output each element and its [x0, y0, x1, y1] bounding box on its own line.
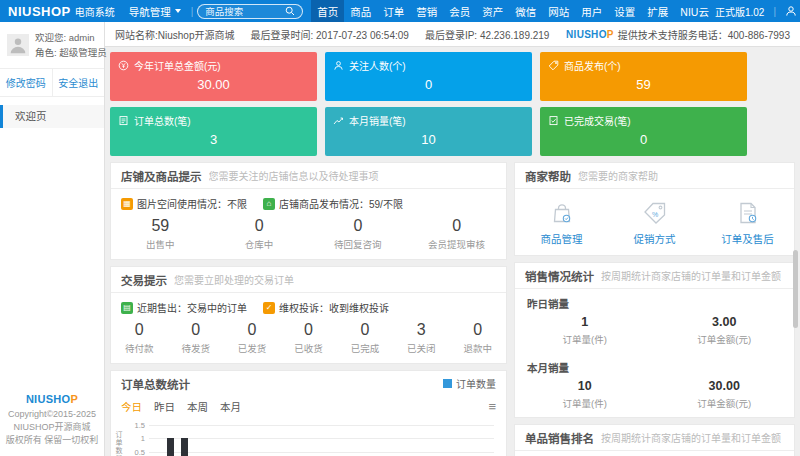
card-year-order-amount[interactable]: 今年订单总金额(元) 30.00 [110, 52, 317, 101]
stat-withdraw-review: 0会员提现审核 [407, 217, 506, 251]
change-password-link[interactable]: 修改密码 [0, 69, 53, 96]
help-label: 促销方式 [634, 233, 676, 245]
panel-title: 销售情况统计 [525, 268, 594, 284]
copyright-line1: Copyright©2015-2025 [0, 408, 104, 421]
chevron-down-icon [175, 9, 181, 13]
nav-manage-dropdown[interactable]: 导航管理 [123, 4, 187, 19]
niushop-footer-logo: NIUSHOP [0, 393, 104, 406]
menu-item-extensions[interactable]: 扩展 [641, 0, 674, 22]
card-value: 3 [118, 132, 309, 147]
stat-pending-shipment: 0待发货 [167, 321, 223, 355]
menu-item-users[interactable]: 用户 [575, 0, 608, 22]
help-order-aftersale[interactable]: 订单及售后 [701, 200, 794, 246]
stat-pending-inquiries: 0待回复咨询 [309, 217, 408, 251]
chart-menu-icon[interactable]: ≡ [488, 400, 496, 413]
stat-cards-row-2: 订单总数(笔) 3 本月销量(笔) 10 已完成交易(笔) 0 [110, 107, 747, 156]
topbar-right: 正式版1.02 | | [715, 4, 800, 19]
menu-item-settings[interactable]: 设置 [608, 0, 641, 22]
divider: | [187, 6, 198, 17]
account-icon[interactable] [785, 5, 797, 17]
menu-item-niu-cloud[interactable]: NIU云 [674, 0, 715, 22]
help-promotion[interactable]: % 促销方式 [608, 200, 701, 246]
doc-check-icon [548, 115, 559, 126]
card-completed-trades[interactable]: 已完成交易(笔) 0 [540, 107, 747, 156]
stat-cards-row-1: 今年订单总金额(元) 30.00 关注人数(个) 0 商品发布(个) 59 [110, 52, 747, 101]
sidebar: 欢迎您: admin 角色: 超级管理员 修改密码 安全退出 欢迎页 NIUSH… [0, 22, 105, 456]
stat-pending-payment: 0待付款 [111, 321, 167, 355]
month-sales-label: 本月销量 [515, 353, 794, 377]
clipboard-icon [118, 115, 129, 126]
product-ranking-panel: 单品销售排名 按周期统计商家店铺的订单量和订单金额 排行 商品信息 销量 1 七… [514, 424, 795, 456]
panel-subtitle: 按周期统计商家店铺的订单量和订单金额 [601, 430, 781, 445]
sidebar-item-welcome[interactable]: 欢迎页 [0, 105, 104, 128]
tab-this-month[interactable]: 本月 [220, 399, 241, 414]
chart-legend: 订单数量 [443, 376, 496, 391]
site-name: 网站名称:Niushop开源商城 [115, 27, 250, 42]
menu-item-home[interactable]: 首页 [311, 0, 344, 22]
avatar [7, 34, 29, 56]
panel-subtitle: 您需要关注的店铺信息以及待处理事项 [209, 168, 379, 183]
card-month-sales[interactable]: 本月销量(笔) 10 [325, 107, 532, 156]
card-label: 本月销量(笔) [349, 113, 406, 128]
yesterday-order-amount: 3.00订单金额(元) [655, 315, 795, 346]
logout-link[interactable]: 安全退出 [53, 69, 105, 96]
tab-yesterday[interactable]: 昨日 [154, 399, 175, 414]
menu-item-assets[interactable]: 资产 [476, 0, 509, 22]
sidebar-footer: NIUSHOP Copyright©2015-2025 NIUSHOP开源商城 … [0, 393, 104, 447]
stat-received: 0已收货 [280, 321, 336, 355]
card-value: 0 [548, 132, 739, 147]
menu-item-goods[interactable]: 商品 [344, 0, 377, 22]
help-label: 订单及售后 [721, 233, 774, 245]
nav-manage-label: 导航管理 [129, 4, 171, 19]
tab-today[interactable]: 今日 [121, 399, 142, 414]
menu-item-website[interactable]: 网站 [542, 0, 575, 22]
card-followers[interactable]: 关注人数(个) 0 [325, 52, 532, 101]
merchant-help-panel: 商家帮助 您需要的商家帮助 商品管理 % [514, 162, 795, 256]
sidebar-actions: 修改密码 安全退出 [0, 69, 104, 97]
card-goods-published[interactable]: 商品发布(个) 59 [540, 52, 747, 101]
legend-swatch [443, 379, 452, 388]
chart-plot: 00.511.5 [149, 425, 494, 456]
menu-item-marketing[interactable]: 营销 [410, 0, 443, 22]
menu-item-orders[interactable]: 订单 [377, 0, 410, 22]
search-input[interactable] [205, 6, 285, 17]
order-bar-chart: 订单数量 00.511.5 0:001:002:003:004:005:006:… [127, 423, 498, 456]
month-order-count: 10订单量(件) [515, 379, 655, 410]
card-value: 10 [333, 132, 524, 147]
product-search-box [197, 4, 303, 19]
help-label: 商品管理 [541, 233, 583, 245]
stat-refunding: 0退款中 [450, 321, 506, 355]
vertical-scrollbar[interactable] [793, 250, 798, 328]
card-value: 30.00 [118, 77, 309, 92]
menu-item-members[interactable]: 会员 [443, 0, 476, 22]
stat-completed: 0已完成 [337, 321, 393, 355]
card-label: 订单总数(笔) [134, 113, 191, 128]
help-goods-management[interactable]: 商品管理 [515, 200, 608, 246]
main-content: 今年订单总金额(元) 30.00 关注人数(个) 0 商品发布(个) 59 [105, 47, 800, 456]
card-label: 关注人数(个) [349, 58, 406, 73]
panel-title: 店铺及商品提示 [121, 168, 202, 184]
chart-period-tabs: 今日 昨日 本周 本月 ≡ [111, 396, 506, 415]
svg-text:%: % [652, 211, 658, 218]
app-logo[interactable]: NIUSHOP 电商系统 [0, 4, 123, 19]
divider: | [769, 6, 780, 17]
dashboard-screen: NIUSHOP 电商系统 导航管理 | 首页 商品 订单 营销 会员 资产 微信… [0, 0, 800, 456]
card-value: 59 [548, 77, 739, 92]
recent-sold-icon: ▤ [121, 302, 133, 314]
menu-item-wechat[interactable]: 微信 [509, 0, 542, 22]
trade-tips-panel: 交易提示 您需要立即处理的交易订单 ▤ 近期售出：交易中的订单 ✓ 维权投诉：收… [110, 266, 507, 364]
panel-subtitle: 您需要立即处理的交易订单 [174, 272, 294, 287]
card-label: 今年订单总金额(元) [134, 58, 221, 73]
niushop-mini-logo: NIUSHOP [566, 29, 614, 40]
tab-this-week[interactable]: 本周 [187, 399, 208, 414]
logo-text: NIUSHOP [8, 4, 71, 19]
support-info: NIUSHOP 提供技术支持服务电话：400-886-7993 [566, 27, 790, 42]
chart-y-axis-label: 订单数量 [113, 431, 123, 456]
card-total-orders[interactable]: 订单总数(笔) 3 [110, 107, 317, 156]
card-label: 已完成交易(笔) [564, 113, 631, 128]
card-value: 0 [333, 77, 524, 92]
shop-tips-panel: 店铺及商品提示 您需要关注的店铺信息以及待处理事项 ▦ 图片空间使用情况：不限 … [110, 162, 507, 260]
sales-stats-panel: 销售情况统计 按周期统计商家店铺的订单量和订单金额 昨日销量 1订单量(件) 3… [514, 262, 795, 418]
ranking-table-header: 排行 商品信息 销量 [515, 451, 794, 456]
search-icon[interactable] [285, 6, 295, 16]
